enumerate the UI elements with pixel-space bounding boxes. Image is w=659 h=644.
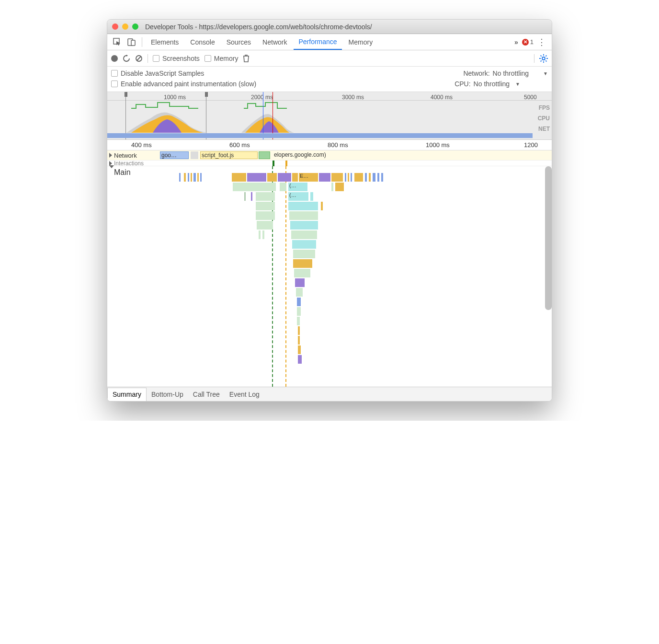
zoom-icon[interactable] — [132, 23, 138, 30]
chevron-down-icon: ▼ — [515, 81, 520, 87]
tab-console[interactable]: Console — [185, 34, 219, 50]
screenshots-checkbox[interactable]: Screenshots — [153, 55, 200, 62]
disable-js-samples-checkbox[interactable]: Disable JavaScript Samples — [111, 69, 204, 77]
selection-handle-left[interactable] — [125, 92, 127, 97]
enable-paint-label: Enable advanced paint instrumentation (s… — [121, 80, 256, 88]
error-indicator[interactable]: ✕ 1 — [522, 38, 534, 46]
tab-memory[interactable]: Memory — [344, 34, 378, 50]
minimize-icon[interactable] — [122, 23, 128, 30]
chevron-down-icon — [109, 165, 114, 176]
network-track[interactable]: Network goo… script_foot.js elopers.goog… — [107, 150, 552, 161]
error-count: 1 — [530, 38, 534, 46]
network-throttle-select[interactable]: No throttling ▼ — [493, 69, 548, 77]
tick: 1000 ms — [426, 141, 450, 149]
fps-label: FPS — [538, 103, 550, 113]
flame-frame[interactable]: E… — [299, 173, 318, 182]
kebab-menu-icon[interactable]: ⋮ — [535, 36, 548, 48]
reload-icon[interactable] — [123, 55, 130, 62]
net-label: NET — [538, 124, 550, 134]
overview-net-bar — [107, 133, 533, 138]
settings-gear-icon[interactable] — [539, 54, 548, 63]
device-toggle-icon[interactable] — [125, 36, 138, 48]
capture-settings: Disable JavaScript Samples Network: No t… — [107, 67, 552, 92]
chevron-right-icon — [109, 153, 112, 158]
marker-dashed — [285, 166, 286, 387]
perf-toolbar: Screenshots Memory — [107, 50, 552, 67]
overview-ruler: 1000 ms 2000 ms 3000 ms 4000 ms 5000 — [107, 92, 552, 101]
flame-chart[interactable]: E… (… (… — [160, 166, 552, 387]
checkbox-icon — [205, 55, 211, 62]
flamechart-ruler[interactable]: 400 ms 600 ms 800 ms 1000 ms 1200 — [107, 140, 552, 150]
overview-cpu-chart — [107, 101, 533, 133]
record-icon[interactable] — [111, 55, 118, 62]
svg-line-12 — [541, 60, 542, 61]
svg-point-5 — [542, 57, 545, 60]
tab-performance[interactable]: Performance — [294, 34, 341, 50]
panel-tabbar: Elements Console Sources Network Perform… — [107, 34, 552, 50]
traffic-lights — [112, 23, 138, 30]
chevron-down-icon: ▼ — [543, 71, 548, 76]
interactions-track[interactable]: Interactions — [107, 161, 552, 166]
tab-bottom-up[interactable]: Bottom-Up — [147, 387, 188, 401]
svg-line-13 — [545, 55, 546, 56]
tab-elements[interactable]: Elements — [146, 34, 183, 50]
flame-frame[interactable] — [256, 192, 275, 201]
network-label: Network: — [463, 69, 489, 77]
trash-icon[interactable] — [243, 55, 250, 62]
tick: 4000 ms — [431, 94, 453, 101]
close-icon[interactable] — [112, 23, 118, 30]
details-tabbar: Summary Bottom-Up Call Tree Event Log — [107, 387, 552, 401]
separator — [148, 54, 148, 63]
flame-row: E… — [179, 173, 432, 182]
net-item[interactable]: goo… — [160, 151, 189, 159]
tick: 5000 — [524, 94, 537, 101]
tab-call-tree[interactable]: Call Tree — [188, 387, 225, 401]
cpu-value: No throttling — [474, 80, 510, 88]
tab-network[interactable]: Network — [258, 34, 292, 50]
interactions-label: Interactions — [114, 160, 144, 167]
svg-line-11 — [545, 60, 546, 61]
network-track-label: Network — [114, 152, 137, 159]
inspect-icon[interactable] — [111, 36, 124, 48]
svg-line-10 — [541, 55, 542, 56]
svg-rect-2 — [131, 40, 135, 46]
net-item-bar[interactable] — [259, 151, 270, 159]
cpu-label: CPU — [538, 113, 550, 124]
net-item-bar[interactable] — [191, 151, 198, 159]
timeline-overview[interactable]: 1000 ms 2000 ms 3000 ms 4000 ms 5000 — [107, 92, 552, 140]
main-track-label[interactable]: Main — [114, 168, 131, 176]
tick: 1000 ms — [164, 94, 186, 101]
tick: 2000 ms — [251, 94, 273, 101]
cpu-label: CPU: — [454, 80, 470, 88]
window-title: Developer Tools - https://developers.goo… — [145, 23, 372, 31]
checkbox-icon — [111, 80, 118, 87]
tick: 800 ms — [328, 141, 348, 149]
tab-sources[interactable]: Sources — [222, 34, 256, 50]
flame-frame[interactable] — [335, 183, 344, 191]
memory-checkbox[interactable]: Memory — [205, 55, 239, 62]
cpu-throttle-select[interactable]: No throttling ▼ — [474, 80, 520, 88]
selection-handle-right[interactable] — [205, 92, 208, 97]
tab-event-log[interactable]: Event Log — [225, 387, 264, 401]
net-item[interactable]: elopers.google.com) — [273, 151, 541, 159]
overview-lane-labels: FPS CPU NET — [538, 103, 550, 134]
tab-summary[interactable]: Summary — [107, 388, 147, 402]
enable-paint-checkbox[interactable]: Enable advanced paint instrumentation (s… — [111, 80, 256, 88]
clear-icon[interactable] — [135, 55, 143, 62]
tick: 1200 — [524, 141, 538, 149]
checkbox-icon — [111, 70, 118, 77]
net-item[interactable]: script_foot.js — [200, 151, 258, 159]
separator — [534, 54, 534, 63]
memory-label: Memory — [214, 55, 239, 62]
separator — [142, 37, 142, 47]
flame-frame[interactable]: (… — [288, 192, 308, 201]
checkbox-icon — [153, 55, 159, 62]
chevron-right-icon — [109, 161, 112, 166]
flame-frame[interactable]: (… — [288, 183, 307, 191]
titlebar: Developer Tools - https://developers.goo… — [107, 20, 552, 34]
main-thread-area: Main E… — [107, 166, 552, 387]
flame-frame[interactable] — [233, 183, 276, 191]
more-tabs-icon[interactable]: » — [512, 38, 520, 46]
flame-frame[interactable] — [280, 183, 286, 191]
scrollbar[interactable] — [545, 166, 552, 310]
